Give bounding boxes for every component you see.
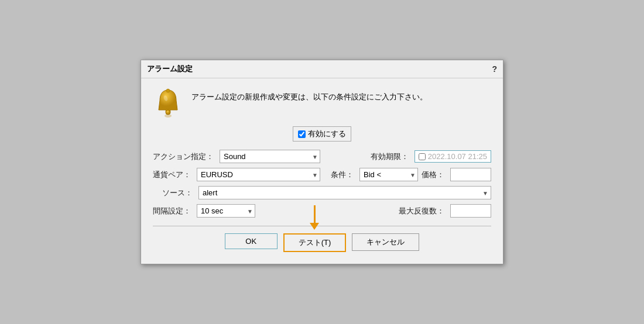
test-button-container: テスト(T)	[283, 233, 347, 252]
alarm-settings-dialog: アラーム設定 ?	[141, 60, 503, 264]
source-row: ソース： alert ▼	[153, 186, 491, 199]
action-select-wrapper: Sound Alert Email ▼	[220, 150, 320, 163]
cancel-button[interactable]: キャンセル	[352, 233, 419, 251]
arrow-annotation	[310, 205, 319, 230]
svg-point-3	[166, 89, 170, 92]
title-bar: アラーム設定 ?	[141, 60, 503, 78]
max-repeat-input[interactable]: 1000	[450, 204, 491, 218]
source-value: alert	[203, 188, 478, 197]
max-repeat-label: 最大反復数：	[399, 206, 447, 216]
pair-field-group: 通貨ペア： EURUSD USDJPY GBPUSD ▼	[153, 168, 320, 181]
interval-select-wrapper: 10 sec 30 sec 1 min 5 min ▼	[197, 204, 255, 218]
header-row: アラーム設定の新規作成や変更は、以下の条件設定にご入力下さい。	[153, 88, 491, 118]
pair-label: 通貨ペア：	[153, 170, 193, 180]
interval-label: 間隔設定：	[153, 206, 193, 216]
button-row: OK テスト(T) キャンセル	[153, 233, 491, 257]
action-label: アクション指定：	[153, 151, 216, 162]
arrow-head-icon	[310, 223, 319, 230]
source-dropdown-arrow-icon: ▼	[482, 189, 488, 196]
price-label: 価格：	[422, 170, 447, 180]
header-description: アラーム設定の新規作成や変更は、以下の条件設定にご入力下さい。	[191, 88, 427, 104]
enable-checkbox-row: 有効にする	[153, 126, 491, 142]
source-label: ソース：	[153, 188, 195, 198]
max-repeat-group: 最大反復数： 1000	[324, 204, 491, 218]
action-field-group: アクション指定： Sound Alert Email ▼	[153, 150, 320, 163]
svg-point-2	[166, 110, 170, 115]
ok-button[interactable]: OK	[225, 233, 278, 249]
expiry-checkbox[interactable]	[419, 153, 426, 160]
dialog-body: アラーム設定の新規作成や変更は、以下の条件設定にご入力下さい。 有効にする アク…	[141, 78, 503, 264]
dialog-title: アラーム設定	[147, 64, 193, 74]
expiry-label: 有効期限：	[371, 151, 411, 162]
interval-field-group: 間隔設定： 10 sec 30 sec 1 min 5 min ▼	[153, 204, 320, 218]
bell-icon	[153, 88, 183, 118]
expiry-date-text: 2022.10.07 21:25	[428, 152, 487, 161]
enable-label-text: 有効にする	[308, 129, 346, 139]
expiry-date-wrapper: 2022.10.07 21:25	[415, 150, 491, 163]
expiry-field-group: 有効期限： 2022.10.07 21:25	[324, 150, 491, 163]
divider	[153, 226, 491, 226]
condition-label: 条件：	[331, 170, 356, 180]
pair-condition-row: 通貨ペア： EURUSD USDJPY GBPUSD ▼ 条件： Bid < B…	[153, 168, 491, 181]
action-select[interactable]: Sound Alert Email	[220, 150, 320, 163]
arrow-line	[314, 205, 316, 223]
condition-select-wrapper: Bid < Bid > Ask < Ask > ▼	[359, 168, 418, 181]
enable-label[interactable]: 有効にする	[293, 126, 351, 142]
source-input-wrapper: alert ▼	[198, 186, 491, 199]
enable-checkbox[interactable]	[298, 130, 306, 138]
interval-max-row: 間隔設定： 10 sec 30 sec 1 min 5 min ▼ 最大反復数：…	[153, 204, 491, 218]
condition-select[interactable]: Bid < Bid > Ask < Ask >	[359, 168, 418, 181]
action-expiry-row: アクション指定： Sound Alert Email ▼ 有効期限： 2022.…	[153, 150, 491, 163]
condition-price-group: 条件： Bid < Bid > Ask < Ask > ▼ 価格： 0.000	[324, 168, 491, 181]
price-input[interactable]: 0.000	[450, 168, 491, 181]
test-button[interactable]: テスト(T)	[283, 233, 347, 252]
help-button[interactable]: ?	[492, 64, 497, 74]
pair-select-wrapper: EURUSD USDJPY GBPUSD ▼	[197, 168, 320, 181]
interval-select[interactable]: 10 sec 30 sec 1 min 5 min	[197, 204, 255, 218]
pair-select[interactable]: EURUSD USDJPY GBPUSD	[197, 168, 320, 181]
